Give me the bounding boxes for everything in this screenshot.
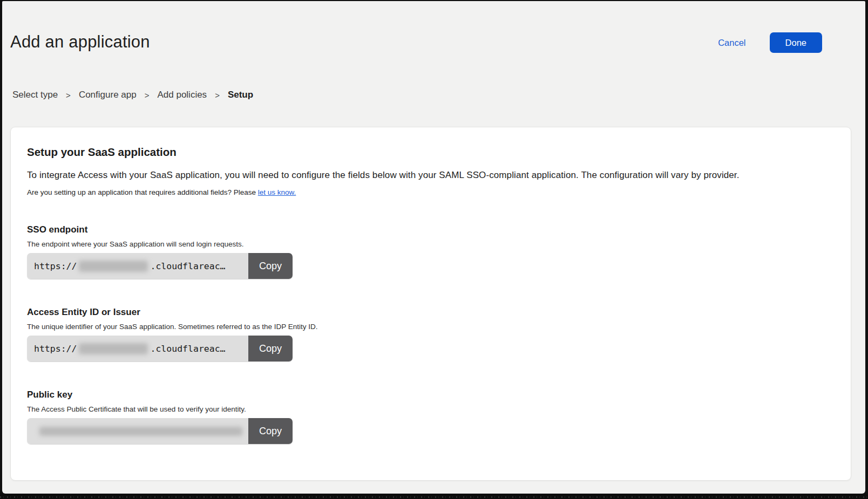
page-title: Add an application [10,32,150,52]
public-key-title: Public key [27,389,835,400]
redacted-subdomain-blur [79,343,148,354]
public-key-description: The Access Public Certificate that will … [27,405,835,413]
breadcrumb-separator: > [215,91,220,100]
entity-id-description: The unique identifier of your SaaS appli… [27,323,835,331]
sso-endpoint-value-row: https:// .cloudflareac… Copy [27,253,293,279]
value-prefix: https:// [34,344,77,354]
breadcrumb-step-add-policies[interactable]: Add policies [157,90,207,100]
setup-card: Setup your SaaS application To integrate… [10,127,851,481]
redacted-subdomain-blur [79,261,148,272]
additional-fields-note: Are you setting up an application that r… [27,188,835,196]
value-suffix: .cloudflareac… [150,261,225,271]
sso-endpoint-description: The endpoint where your SaaS application… [27,240,835,248]
breadcrumb-separator: > [145,91,150,100]
public-key-value [27,418,248,444]
app-window: Add an application Cancel Done Select ty… [2,1,865,494]
entity-id-value-row: https:// .cloudflareac… Copy [27,336,293,361]
entity-id-section: Access Entity ID or Issuer The unique id… [27,307,835,361]
breadcrumb-separator: > [66,91,71,100]
let-us-know-link[interactable]: let us know. [258,188,296,196]
card-title: Setup your SaaS application [27,146,835,159]
done-button[interactable]: Done [770,32,822,53]
sso-endpoint-section: SSO endpoint The endpoint where your Saa… [27,224,835,279]
header-actions: Cancel Done [718,32,822,53]
cancel-button[interactable]: Cancel [718,38,745,48]
public-key-value-row: Copy [27,418,293,444]
redacted-certificate-blur [39,427,242,436]
note-text: Are you setting up an application that r… [27,188,258,196]
entity-id-copy-button[interactable]: Copy [248,336,293,361]
entity-id-title: Access Entity ID or Issuer [27,307,835,318]
sso-endpoint-copy-button[interactable]: Copy [248,253,293,279]
value-prefix: https:// [34,261,77,271]
breadcrumb-step-configure-app[interactable]: Configure app [79,90,137,100]
breadcrumb-step-select-type[interactable]: Select type [12,90,58,100]
value-suffix: .cloudflareac… [150,344,225,354]
card-intro-text: To integrate Access with your SaaS appli… [27,170,835,181]
breadcrumb: Select type > Configure app > Add polici… [12,90,253,100]
sso-endpoint-value: https:// .cloudflareac… [27,253,248,279]
bottom-edge-texture [0,494,868,499]
public-key-section: Public key The Access Public Certificate… [27,389,835,444]
sso-endpoint-title: SSO endpoint [27,224,835,235]
entity-id-value: https:// .cloudflareac… [27,336,248,361]
public-key-copy-button[interactable]: Copy [248,418,293,444]
breadcrumb-step-setup: Setup [228,90,253,100]
